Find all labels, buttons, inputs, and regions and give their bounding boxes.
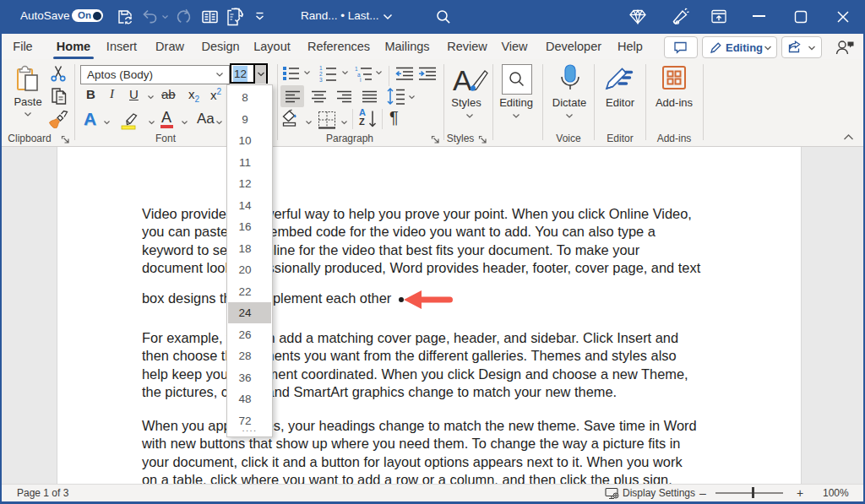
svg-text:1: 1 bbox=[355, 66, 358, 72]
svg-text:i: i bbox=[360, 77, 361, 82]
svg-text:1: 1 bbox=[319, 65, 323, 71]
svg-text:2: 2 bbox=[319, 71, 323, 77]
svg-text:3: 3 bbox=[319, 77, 323, 82]
